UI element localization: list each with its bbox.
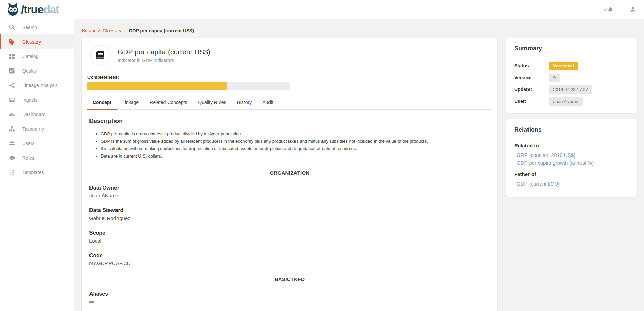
field-label: Data Owner — [89, 185, 490, 191]
completeness-bar — [87, 82, 290, 90]
sidebar-item-label: Ingests — [22, 97, 37, 103]
user-label: User: — [514, 98, 549, 104]
gauge-icon — [8, 111, 15, 118]
sitemap-icon — [8, 125, 15, 132]
sidebar-item-users[interactable]: Users — [0, 136, 74, 150]
organization-divider: ORGANIZATION — [89, 170, 490, 176]
topbar: /truedat 3 — [0, 0, 644, 19]
relation-link[interactable]: GDP (constant 2010 US$) — [517, 151, 629, 159]
file-code-icon — [8, 169, 15, 176]
concept-tab-panel: Description GDP per capita is gross dome… — [87, 118, 492, 311]
sidebar-item-lineage-analysis[interactable]: Lineage Analysis — [0, 78, 74, 92]
field-value: Gabriel Rodríguez — [89, 215, 490, 221]
sidebar-item-quality[interactable]: Quality — [0, 63, 74, 78]
summary-heading: Summary — [514, 45, 629, 52]
drive-icon — [8, 96, 15, 103]
relation-link[interactable]: GDP per capita growth (annual %) — [517, 159, 629, 167]
tab-related-concepts[interactable]: Related Concepts — [144, 100, 192, 109]
sidebar-item-dashboard[interactable]: Dashboard — [0, 107, 74, 121]
tab-quality-rules[interactable]: Quality Rules — [192, 100, 231, 109]
summary-row-version: Version: 9 — [514, 73, 629, 82]
users-icon — [8, 140, 15, 147]
tab-history[interactable]: History — [232, 100, 257, 109]
father-of-links: GDP (current LCU) — [517, 180, 629, 188]
tab-concept[interactable]: Concept — [87, 100, 117, 110]
sidebar-item-label: Glossary — [22, 39, 41, 45]
field-code: Code NY.GDP.PCAP.CD — [89, 253, 490, 266]
notifications-button[interactable]: 3 — [604, 6, 614, 13]
sidebar-item-catalog[interactable]: Catalog — [0, 49, 74, 63]
concept-subtitle: Indicator in GDP Indicators — [118, 58, 210, 63]
description-bullets: GDP per capita is gross domestic product… — [89, 131, 490, 160]
related-to-label: Related to — [514, 143, 629, 148]
sidebar-item-label: Users — [22, 141, 35, 146]
field-value: NY.GDP.PCAP.CD — [89, 260, 490, 266]
tab-audit[interactable]: Audit — [257, 100, 279, 109]
graduation-cap-icon — [8, 154, 15, 161]
search-icon — [8, 24, 15, 31]
breadcrumb-separator: › — [124, 28, 126, 33]
truedat-logo[interactable]: /truedat — [5, 2, 59, 17]
sidebar-item-ingests[interactable]: Ingests — [0, 92, 74, 107]
user-menu-button[interactable] — [629, 6, 636, 13]
sidebar-item-taxonomy[interactable]: Taxonomy — [0, 121, 74, 136]
app-window: /truedat 3 — [0, 0, 644, 311]
completeness-section: Completeness: — [87, 75, 492, 90]
basic-info-divider: BASIC INFO — [89, 276, 490, 282]
book-icon — [95, 50, 105, 60]
update-label: Update: — [514, 87, 549, 92]
relations-panel: Relations Related to GDP (constant 2010 … — [506, 119, 638, 197]
user-badge: Juan Alvarez — [549, 97, 583, 106]
sidebar-item-search[interactable]: Search — [0, 20, 74, 34]
field-value: Local — [89, 238, 490, 244]
logo-wordmark: /truedat — [21, 4, 59, 15]
share-nodes-icon — [8, 82, 15, 89]
sidebar-item-label: Dashboard — [22, 112, 46, 117]
description-bullet: GDP is the sum of gross value added by a… — [101, 138, 490, 145]
related-to-links: GDP (constant 2010 US$) GDP per capita g… — [517, 151, 629, 167]
description-heading: Description — [89, 118, 490, 125]
sidebar-item-label: Roles — [22, 155, 34, 161]
main-content: Business Glossary › GDP per capita (curr… — [81, 19, 498, 311]
tab-linkage[interactable]: Linkage — [117, 100, 144, 109]
breadcrumb-current: GDP per capita (current US$) — [129, 28, 194, 33]
sidebar-item-roles[interactable]: Roles — [0, 150, 74, 165]
check-square-icon — [8, 67, 15, 74]
tag-icon — [8, 38, 15, 45]
breadcrumb-business-glossary[interactable]: Business Glossary — [82, 28, 121, 33]
sidebar-item-glossary[interactable]: Glossary — [0, 34, 74, 49]
father-of-label: Father of — [514, 171, 629, 177]
user-icon — [629, 6, 636, 13]
field-data-steward: Data Steward Gabriel Rodríguez — [89, 207, 490, 221]
field-label: Aliases — [89, 291, 490, 297]
field-label: Data Steward — [89, 207, 490, 214]
field-data-owner: Data Owner Juan Álvarez — [89, 185, 490, 198]
concept-header: GDP per capita (current US$) Indicator i… — [87, 44, 492, 66]
field-value: Juan Álvarez — [89, 193, 490, 198]
sidebar-item-templates[interactable]: Templates — [0, 165, 74, 179]
sidebar-item-label: Lineage Analysis — [22, 83, 58, 88]
sidebar: Search Glossary Catalog Quality — [0, 19, 74, 311]
sidebar-item-label: Taxonomy — [22, 126, 44, 132]
right-column: Summary Status: Versioned Version: 9 Upd… — [506, 38, 638, 203]
version-label: Version: — [514, 75, 549, 80]
concept-card: GDP per capita (current US$) Indicator i… — [81, 38, 498, 311]
owl-logo-icon — [5, 2, 20, 17]
field-label: Code — [89, 253, 490, 259]
relation-link[interactable]: GDP (current LCU) — [517, 180, 629, 188]
sidebar-item-label: Catalog — [22, 54, 38, 59]
field-scope: Scope Local — [89, 230, 490, 244]
summary-row-user: User: Juan Alvarez — [514, 97, 629, 106]
breadcrumb: Business Glossary › GDP per capita (curr… — [82, 28, 497, 33]
version-badge: 9 — [549, 74, 560, 82]
sidebar-item-label: Templates — [22, 170, 44, 175]
summary-row-status: Status: Versioned — [514, 61, 629, 70]
concept-type-badge — [90, 45, 111, 66]
sidebar-item-label: Quality — [22, 68, 37, 74]
summary-panel: Summary Status: Versioned Version: 9 Upd… — [506, 38, 638, 113]
bell-icon — [607, 6, 614, 13]
status-label: Status: — [514, 63, 549, 68]
update-badge: 2019-07-23 17:27 — [549, 85, 592, 94]
concept-title: GDP per capita (current US$) — [118, 48, 210, 56]
organization-heading: ORGANIZATION — [269, 170, 309, 176]
